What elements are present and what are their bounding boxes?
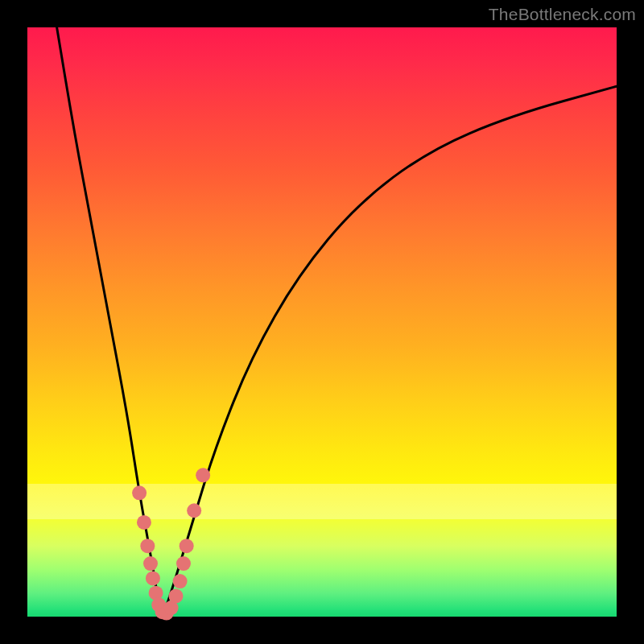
data-marker (187, 503, 201, 518)
data-marker (143, 556, 158, 571)
data-marker (140, 539, 155, 553)
data-marker (137, 515, 151, 530)
data-marker (173, 574, 188, 588)
plot-area (27, 27, 617, 617)
curve-right-branch (163, 86, 617, 617)
data-marker (168, 588, 183, 603)
data-marker (132, 485, 147, 500)
chart-frame: TheBottleneck.com (0, 0, 644, 644)
data-marker (180, 539, 194, 553)
data-marker (176, 556, 191, 571)
data-marker (196, 468, 210, 482)
watermark-text: TheBottleneck.com (489, 5, 636, 24)
data-marker (146, 571, 160, 585)
curve-layer (27, 27, 617, 617)
